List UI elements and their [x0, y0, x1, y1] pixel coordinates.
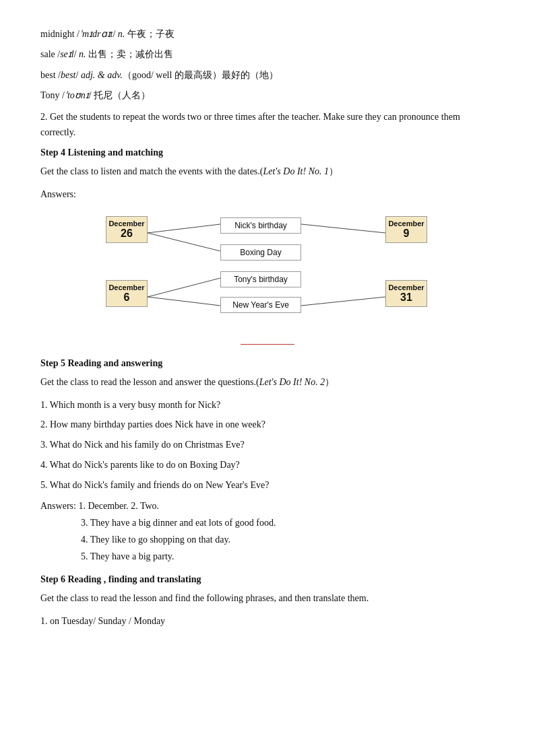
answers-line1: Answers: 1. December. 2. Two. — [40, 497, 495, 514]
matching-diagram: December 26 December 6 December 9 Decemb… — [106, 209, 429, 331]
event-tonys-birthday: Tony's birthday — [220, 271, 301, 287]
step6-desc: Get the class to read the lesson and fin… — [40, 590, 495, 607]
event-boxing-day: Boxing Day — [220, 244, 301, 261]
svg-line-0 — [148, 224, 220, 233]
step5-desc: Get the class to read the lesson and ans… — [40, 374, 495, 390]
calendar-dec6: December 6 — [106, 280, 148, 307]
svg-line-4 — [148, 297, 220, 306]
question-1: 1. Which month is a very busy month for … — [40, 397, 495, 413]
event-nicks-birthday: Nick's birthday — [220, 217, 301, 234]
vocab-section: midnight /ˈmɪdrɑɪt/ n. 午夜；子夜 sale /seɪl/… — [40, 27, 495, 104]
calendar-dec31: December 31 — [385, 280, 427, 307]
phrase-1: 1. on Tuesday/ Sunday / Monday — [40, 613, 495, 629]
question-4: 4. What do Nick's parents like to do on … — [40, 457, 495, 473]
vocab-midnight: midnight /ˈmɪdrɑɪt/ n. 午夜；子夜 — [40, 27, 495, 42]
vocab-tony: Tony /ˈtoʊnɪ/ 托尼（人名） — [40, 88, 495, 103]
svg-line-2 — [148, 233, 220, 251]
step2-instruction: 2. Get the students to repeat the words … — [40, 109, 495, 141]
answer-3: 3. They have a big dinner and eat lots o… — [81, 514, 495, 531]
svg-line-1 — [301, 224, 385, 233]
answer-5: 5. They have a big party. — [81, 548, 495, 565]
svg-line-3 — [148, 278, 220, 297]
answer-4: 4. They like to go shopping on that day. — [81, 531, 495, 548]
question-2: 2. How many birthday parties does Nick h… — [40, 417, 495, 433]
answers-label-4: Answers: — [40, 186, 495, 203]
divider-line — [241, 344, 294, 345]
step4-desc: Get the class to listen and match the ev… — [40, 164, 495, 180]
question-5: 5. What do Nick's family and friends do … — [40, 477, 495, 493]
svg-line-5 — [301, 297, 385, 306]
calendar-dec9: December 9 — [385, 216, 427, 243]
calendar-dec26: December 26 — [106, 216, 148, 243]
step5-heading: Step 5 Reading and answering — [40, 358, 495, 369]
event-new-years-eve: New Year's Eve — [220, 297, 301, 313]
step6-heading: Step 6 Reading , finding and translating — [40, 574, 495, 585]
step4-heading: Step 4 Listening and matching — [40, 147, 495, 158]
vocab-best: best /best/ adj. & adv.（good/ well 的最高级）… — [40, 68, 495, 83]
vocab-sale: sale /seɪl/ n. 出售；卖；减价出售 — [40, 47, 495, 62]
question-3: 3. What do Nick and his family do on Chr… — [40, 437, 495, 453]
